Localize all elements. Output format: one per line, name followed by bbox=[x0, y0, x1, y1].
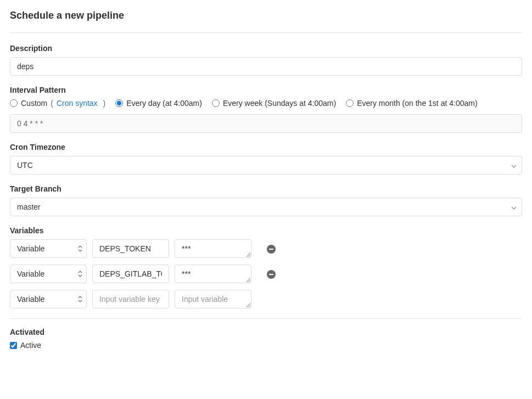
svg-rect-1 bbox=[269, 274, 273, 275]
target-branch-select-wrapper: master bbox=[10, 198, 522, 216]
remove-variable-button[interactable] bbox=[267, 245, 276, 254]
variable-type-select[interactable]: Variable bbox=[10, 239, 87, 258]
target-branch-group: Target Branch master bbox=[10, 184, 522, 216]
variable-type-wrapper: Variable bbox=[10, 265, 87, 283]
interval-radio-daily[interactable] bbox=[115, 99, 123, 107]
description-label: Description bbox=[10, 44, 522, 53]
interval-radio-custom[interactable] bbox=[10, 99, 18, 107]
variable-type-wrapper: Variable bbox=[10, 239, 87, 258]
target-branch-label: Target Branch bbox=[10, 184, 522, 193]
page-title: Schedule a new pipeline bbox=[10, 10, 522, 21]
minus-icon bbox=[269, 274, 273, 275]
interval-radio-group: Custom (Cron syntax ) Every day (at 4:00… bbox=[10, 99, 522, 108]
interval-group: Interval Pattern Custom (Cron syntax ) E… bbox=[10, 86, 522, 133]
variable-key-input[interactable] bbox=[92, 265, 169, 283]
paren-open: ( bbox=[51, 99, 53, 108]
interval-radio-weekly[interactable] bbox=[212, 99, 220, 107]
activated-label: Activated bbox=[10, 328, 522, 336]
svg-rect-0 bbox=[269, 249, 273, 250]
variable-row: Variable *** bbox=[10, 265, 522, 283]
activated-group: Activated Active bbox=[10, 328, 522, 350]
variable-value-input[interactable]: *** bbox=[175, 239, 251, 258]
variable-row: Variable *** bbox=[10, 239, 522, 258]
variable-value-input[interactable]: *** bbox=[175, 265, 251, 283]
variable-type-select[interactable]: Variable bbox=[10, 265, 87, 283]
interval-radio-monthly[interactable] bbox=[346, 99, 354, 107]
paren-close: ) bbox=[101, 99, 106, 108]
variables-group: Variables Variable *** Variable *** bbox=[10, 226, 522, 308]
target-branch-select[interactable]: master bbox=[10, 198, 522, 216]
timezone-select[interactable]: UTC bbox=[10, 156, 522, 175]
active-checkbox-row[interactable]: Active bbox=[10, 341, 522, 350]
interval-weekly-label: Every week (Sundays at 4:00am) bbox=[223, 99, 336, 108]
variable-row-empty: Variable bbox=[10, 290, 522, 308]
variables-label: Variables bbox=[10, 226, 522, 235]
cron-syntax-link[interactable]: Cron syntax bbox=[57, 99, 98, 108]
interval-option-monthly[interactable]: Every month (on the 1st at 4:00am) bbox=[346, 99, 477, 108]
timezone-select-wrapper: UTC bbox=[10, 156, 522, 175]
remove-variable-button[interactable] bbox=[267, 270, 276, 279]
variable-type-select[interactable]: Variable bbox=[10, 290, 87, 308]
interval-label: Interval Pattern bbox=[10, 86, 522, 94]
divider bbox=[10, 318, 522, 319]
minus-icon bbox=[269, 249, 273, 250]
variable-type-wrapper: Variable bbox=[10, 290, 87, 308]
active-checkbox-label: Active bbox=[20, 341, 41, 350]
variable-key-input[interactable] bbox=[92, 239, 169, 258]
interval-daily-label: Every day (at 4:00am) bbox=[126, 99, 202, 108]
description-input[interactable] bbox=[10, 57, 522, 76]
interval-option-daily[interactable]: Every day (at 4:00am) bbox=[115, 99, 202, 108]
divider bbox=[10, 32, 522, 33]
timezone-group: Cron Timezone UTC bbox=[10, 143, 522, 175]
active-checkbox[interactable] bbox=[10, 342, 17, 349]
interval-option-weekly[interactable]: Every week (Sundays at 4:00am) bbox=[212, 99, 336, 108]
interval-custom-label: Custom bbox=[21, 99, 47, 108]
interval-monthly-label: Every month (on the 1st at 4:00am) bbox=[357, 99, 477, 108]
interval-option-custom[interactable]: Custom (Cron syntax ) bbox=[10, 99, 105, 108]
timezone-label: Cron Timezone bbox=[10, 143, 522, 151]
variable-key-input[interactable] bbox=[92, 290, 169, 308]
description-group: Description bbox=[10, 44, 522, 76]
variable-value-input[interactable] bbox=[175, 290, 251, 308]
cron-expression-input bbox=[10, 114, 522, 133]
